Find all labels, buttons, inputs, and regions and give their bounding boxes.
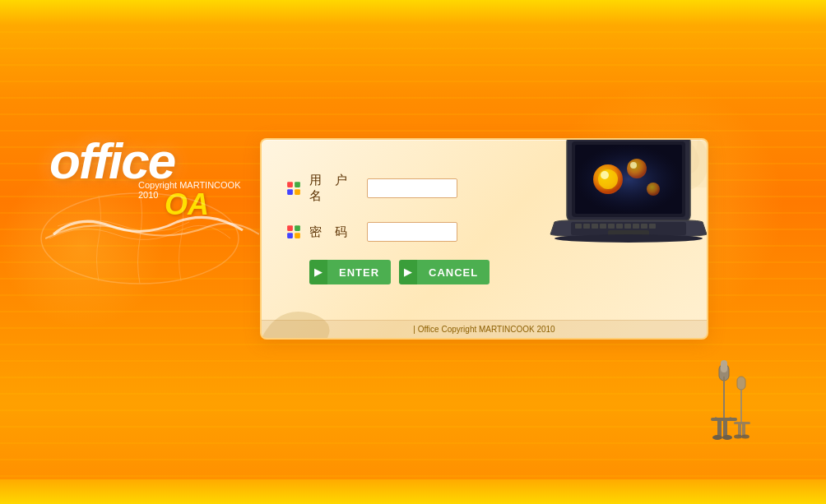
buttons-area: ▶ ENTER ▶ CANCEL xyxy=(309,260,582,284)
password-row: 密 码 xyxy=(286,222,582,242)
svg-rect-3 xyxy=(575,145,682,214)
svg-rect-15 xyxy=(600,224,606,229)
svg-rect-20 xyxy=(641,224,647,229)
username-label: 用 户 名 xyxy=(309,173,367,204)
svg-rect-1 xyxy=(567,138,690,222)
svg-rect-24 xyxy=(287,182,293,187)
svg-rect-29 xyxy=(295,225,300,231)
top-band xyxy=(0,0,826,25)
username-icon xyxy=(286,181,301,196)
svg-rect-25 xyxy=(295,182,300,187)
svg-point-10 xyxy=(647,183,660,196)
password-label: 密 码 xyxy=(309,224,367,240)
form-area: 用 户 名 密 码 ▶ ENTER ▶ CANCEL xyxy=(286,173,582,284)
svg-point-6 xyxy=(598,169,618,189)
password-icon xyxy=(286,224,301,239)
svg-rect-30 xyxy=(287,233,293,238)
cancel-label: CANCEL xyxy=(417,260,490,284)
svg-rect-18 xyxy=(624,224,631,229)
svg-rect-4 xyxy=(575,145,682,214)
world-map-decoration xyxy=(33,189,247,288)
password-input[interactable] xyxy=(367,222,457,242)
svg-rect-31 xyxy=(295,233,300,238)
svg-point-8 xyxy=(627,159,647,178)
username-row: 用 户 名 xyxy=(286,173,582,204)
cancel-arrow-icon: ▶ xyxy=(399,260,417,284)
enter-arrow-icon: ▶ xyxy=(309,260,327,284)
username-input[interactable] xyxy=(367,178,457,198)
enter-button[interactable]: ▶ ENTER xyxy=(309,260,391,284)
svg-rect-22 xyxy=(608,230,649,237)
svg-rect-17 xyxy=(616,224,623,229)
panel-footer: | Office Copyright MARTINCOOK 2010 xyxy=(262,320,707,338)
svg-point-7 xyxy=(601,171,609,179)
svg-rect-26 xyxy=(287,189,293,195)
svg-point-9 xyxy=(630,162,637,169)
svg-point-5 xyxy=(593,164,623,194)
svg-rect-16 xyxy=(608,224,615,229)
svg-rect-11 xyxy=(571,222,686,235)
svg-rect-27 xyxy=(295,189,300,195)
svg-rect-14 xyxy=(592,224,598,229)
svg-rect-13 xyxy=(583,224,590,229)
svg-rect-28 xyxy=(287,225,293,231)
bottom-band xyxy=(0,479,826,504)
svg-rect-19 xyxy=(633,224,639,229)
svg-rect-21 xyxy=(649,224,656,229)
login-panel: 用 户 名 密 码 ▶ ENTER ▶ CANCEL xyxy=(260,138,708,340)
enter-label: ENTER xyxy=(327,260,391,284)
svg-rect-2 xyxy=(572,141,685,217)
cancel-button[interactable]: ▶ CANCEL xyxy=(399,260,490,284)
panel-footer-text: | Office Copyright MARTINCOOK 2010 xyxy=(413,325,555,334)
